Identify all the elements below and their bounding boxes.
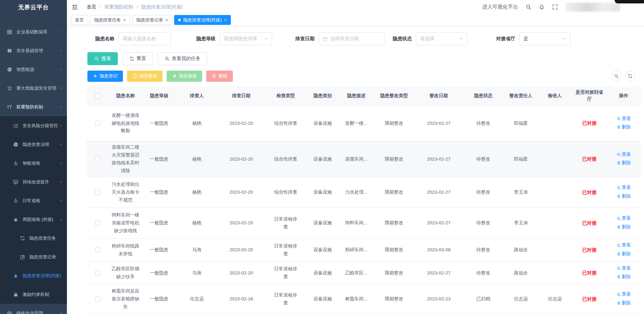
column-header: 是否对接到省厅 bbox=[572, 87, 607, 106]
search-button[interactable]: 搜索 bbox=[87, 52, 118, 65]
sidebar-item[interactable]: 重大危险源安全管理 bbox=[0, 79, 67, 98]
accept-button-label: 隐患验收 bbox=[179, 73, 197, 79]
view-link[interactable]: 查看 bbox=[617, 265, 631, 272]
bell-icon[interactable] bbox=[539, 4, 545, 10]
row-checkbox[interactable] bbox=[95, 221, 100, 226]
trash-icon bbox=[617, 125, 621, 129]
operations-cell: 查看删除 bbox=[607, 141, 641, 177]
sidebar-item[interactable]: 隐患排查任务 bbox=[0, 229, 67, 248]
inspector-cell: 杨艳 bbox=[177, 106, 217, 141]
globe-icon bbox=[7, 67, 12, 72]
delete-link[interactable]: 删除 bbox=[617, 299, 631, 307]
user-account-area[interactable] bbox=[565, 2, 637, 12]
view-link[interactable]: 查看 bbox=[617, 115, 631, 123]
tab-item[interactable]: 隐患排查记录× bbox=[132, 15, 172, 25]
filter-text-input[interactable]: 请输入隐患名称 bbox=[118, 32, 171, 45]
lock-icon bbox=[13, 292, 18, 297]
search-icon[interactable] bbox=[526, 4, 531, 10]
fullscreen-icon[interactable] bbox=[552, 4, 558, 10]
zoom-table-button[interactable] bbox=[611, 71, 621, 81]
row-checkbox[interactable] bbox=[95, 190, 100, 195]
collapse-menu-icon[interactable] bbox=[72, 4, 78, 10]
delete-link[interactable]: 删除 bbox=[617, 193, 631, 200]
level-cell: 一般隐患 bbox=[142, 285, 177, 314]
chevron-down-icon bbox=[59, 199, 63, 203]
view-link[interactable]: 查看 bbox=[617, 151, 631, 159]
row-checkbox[interactable] bbox=[95, 248, 100, 253]
view-link[interactable]: 查看 bbox=[617, 184, 631, 192]
filter-select[interactable]: 请选择 bbox=[416, 32, 467, 45]
breadcrumb-item[interactable]: 隐患排查治理(对接) bbox=[141, 4, 183, 10]
close-tab-icon[interactable]: × bbox=[165, 18, 168, 23]
delete-button-label: 删除 bbox=[219, 73, 227, 79]
date-cell: 2023-02-20 bbox=[217, 262, 265, 285]
rect-date-cell: 2023-02-27 bbox=[415, 262, 463, 285]
docked-cell: 已对接 bbox=[572, 285, 607, 314]
row-checkbox[interactable] bbox=[95, 297, 100, 302]
tab-item[interactable]: 首页 bbox=[71, 15, 88, 25]
select-all-checkbox[interactable] bbox=[95, 93, 100, 99]
close-tab-icon[interactable]: × bbox=[123, 18, 126, 23]
register-button-label: 隐患登记 bbox=[100, 73, 117, 79]
reset-button[interactable]: 重置 bbox=[123, 52, 153, 65]
row-checkbox[interactable] bbox=[95, 121, 100, 126]
view-link[interactable]: 查看 bbox=[617, 214, 631, 222]
close-tab-icon[interactable]: × bbox=[224, 18, 227, 23]
accept-hazard-button[interactable]: 隐患验收 bbox=[167, 71, 202, 82]
responsible-cell: 李玉涛 bbox=[504, 177, 538, 208]
sidebar-item[interactable]: 激励约束机制 bbox=[0, 285, 67, 304]
row-checkbox[interactable] bbox=[95, 156, 100, 162]
delete-link[interactable]: 删除 bbox=[617, 273, 631, 281]
acceptor-cell bbox=[538, 177, 572, 208]
desc-cell: 乙醇库区... bbox=[339, 262, 373, 285]
table-wrap: 隐患名称隐患等级排查人排查日期检查类型隐患类别隐患描述隐患整改类型整改日期隐患状… bbox=[86, 87, 641, 314]
delete-link[interactable]: 删除 bbox=[617, 159, 631, 167]
sidebar-item[interactable]: 智能巡检 bbox=[0, 154, 67, 173]
sidebar-item[interactable]: 安全基础管理 bbox=[0, 41, 67, 60]
delete-link[interactable]: 删除 bbox=[617, 223, 631, 231]
sidebar-item[interactable]: 持续改进提升 bbox=[0, 173, 67, 191]
filter-select[interactable]: 是 bbox=[519, 32, 571, 45]
breadcrumb-item[interactable]: 双重预防机制 bbox=[104, 4, 133, 10]
sidebar-item[interactable]: 隐患排查治理(对接) bbox=[0, 266, 67, 285]
column-header: 检查类型 bbox=[265, 87, 306, 106]
row-checkbox[interactable] bbox=[95, 270, 100, 275]
redacted-corner bbox=[615, 0, 644, 3]
filter-date-input[interactable]: 选择排查日期 bbox=[319, 32, 384, 45]
sidebar-item[interactable]: 特殊作业管理 bbox=[0, 304, 67, 314]
view-my-tasks-button[interactable]: 查看我的任务 bbox=[158, 52, 207, 65]
chevron-down-icon bbox=[562, 37, 566, 41]
delete-link[interactable]: 删除 bbox=[617, 250, 631, 258]
rect-date-cell: 2023-02-27 bbox=[415, 177, 463, 208]
filter-placeholder: 请选择 bbox=[420, 36, 434, 42]
sidebar-item[interactable]: 隐患排查记录 bbox=[0, 248, 67, 266]
inspector-cell: 杨艳 bbox=[177, 208, 217, 239]
search-icon bbox=[617, 266, 621, 270]
monitor-icon bbox=[13, 179, 18, 185]
delete-link[interactable]: 删除 bbox=[617, 123, 631, 131]
sidebar-item[interactable]: 双重预防机制 bbox=[0, 98, 67, 116]
sidebar-item[interactable]: 日常巡检 bbox=[0, 191, 67, 210]
delete-hazard-button[interactable]: 删除 bbox=[206, 71, 233, 82]
register-hazard-button[interactable]: 隐患登记 bbox=[87, 71, 123, 82]
view-link[interactable]: 查看 bbox=[617, 241, 631, 249]
sidebar-item[interactable]: 隐患排查治理 bbox=[0, 135, 67, 154]
rect-type-cell: 限期整改 bbox=[373, 239, 415, 262]
sidebar-item[interactable]: 周期巡检 (对接) bbox=[0, 210, 67, 229]
row-select-cell bbox=[86, 262, 109, 285]
filter-placeholder: 请选择隐患等级 bbox=[224, 36, 257, 42]
category-cell: 设备设施 bbox=[306, 177, 339, 208]
tab-item[interactable]: 隐患排查任务× bbox=[90, 15, 130, 25]
filter-select[interactable]: 请选择隐患等级 bbox=[220, 32, 272, 45]
filter-label: 排查日期 bbox=[295, 36, 314, 42]
sidebar-item[interactable]: 企业基础数据库 bbox=[0, 23, 67, 41]
enter-visualization-link[interactable]: 进入可视化平台 bbox=[482, 4, 518, 10]
refresh-table-button[interactable] bbox=[625, 71, 635, 81]
sidebar-item[interactable]: 安全风险分级管控 bbox=[0, 116, 67, 135]
bug-icon bbox=[13, 273, 18, 279]
tab-active[interactable]: 隐患排查治理(对接)× bbox=[174, 15, 231, 25]
sidebar-item[interactable]: 智慧能源 bbox=[0, 60, 67, 79]
rectify-hazard-button[interactable]: 隐患整改 bbox=[127, 71, 163, 82]
breadcrumb-item[interactable]: 首页 bbox=[87, 4, 96, 10]
view-link[interactable]: 查看 bbox=[617, 290, 631, 298]
